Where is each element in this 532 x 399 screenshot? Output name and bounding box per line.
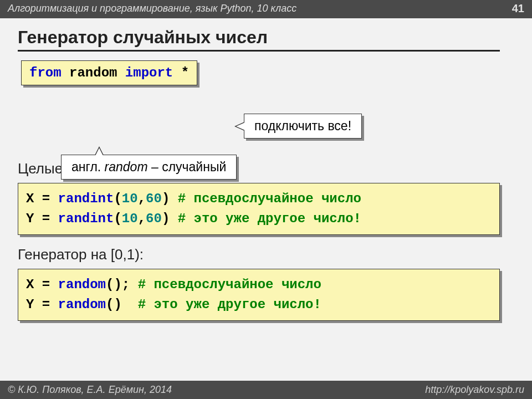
slide-title: Генератор случайных чисел [18,27,500,52]
callout-connect-all: подключить все! [244,114,362,139]
import-star: * [181,65,189,80]
callout-random-translation: англ. random – случайный [61,155,237,180]
module-name: random [69,65,117,80]
code-line-1: X = randint(10,60) # псевдослучайное чис… [26,189,492,209]
course-title: Алгоритмизация и программирование, язык … [8,3,296,14]
footer-url: http://kpolyakov.spb.ru [425,384,524,396]
kw-from: from [29,65,62,80]
callout-connect-all-text: подключить все! [254,119,351,133]
slide-content: Генератор случайных чисел from random im… [0,18,532,321]
translation-pre: англ. [71,160,105,174]
code-line-4: Y = random() # это уже другое число! [26,295,492,315]
import-codebox: from random import * [21,60,197,85]
kw-import: import [125,65,173,80]
section1-codebox: X = randint(10,60) # псевдослучайное чис… [18,183,500,235]
section2-heading: Генератор на [0,1): [18,246,514,263]
code-line-2: Y = randint(10,60) # это уже другое числ… [26,209,492,229]
translation-post: – случайный [148,160,227,174]
page-number: 41 [512,2,524,15]
code-line-3: X = random(); # псевдослучайное число [26,275,492,295]
footer-authors: © К.Ю. Поляков, Е.А. Ерёмин, 2014 [8,384,172,396]
header-bar: Алгоритмизация и программирование, язык … [0,0,532,18]
import-area: from random import * подключить все! анг… [18,60,514,149]
section2-codebox: X = random(); # псевдослучайное число Y … [18,269,500,321]
footer-bar: © К.Ю. Поляков, Е.А. Ерёмин, 2014 http:/… [0,381,532,399]
translation-word: random [105,160,148,174]
